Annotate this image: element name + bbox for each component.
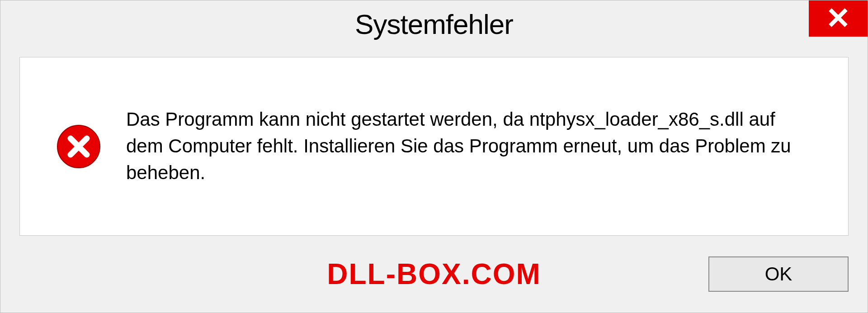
close-icon [827,6,849,31]
message-panel: Das Programm kann nicht gestartet werden… [19,57,849,236]
error-message: Das Programm kann nicht gestartet werden… [126,106,816,186]
error-dialog: Systemfehler Das Programm kann nicht ges… [0,0,868,313]
error-icon [56,124,101,169]
close-button[interactable] [809,0,868,37]
ok-button[interactable]: OK [708,256,849,292]
dialog-footer: DLL-BOX.COM OK [0,249,868,313]
dialog-title: Systemfehler [355,8,513,40]
watermark-text: DLL-BOX.COM [327,257,541,291]
titlebar: Systemfehler [0,0,868,48]
